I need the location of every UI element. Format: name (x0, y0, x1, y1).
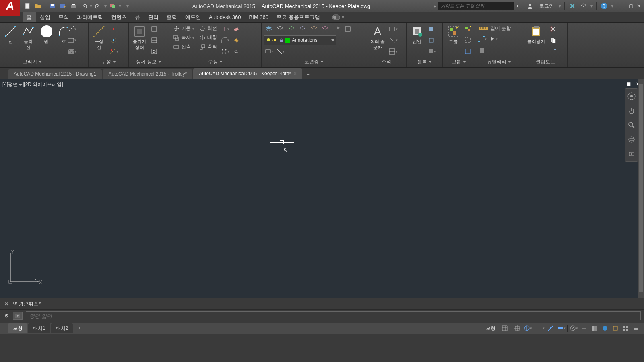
tab-annotate[interactable]: 주석 (54, 12, 73, 22)
rotate-button[interactable]: 회전 (198, 24, 219, 33)
exchange-x-icon[interactable] (568, 2, 577, 10)
detail-1-icon[interactable] (149, 24, 159, 34)
circle-button[interactable]: 원 (38, 24, 54, 45)
tab-addin[interactable]: 애드인 (181, 12, 205, 22)
steering-wheel-icon[interactable] (627, 91, 636, 101)
modify-panel-title[interactable]: 수정 (171, 58, 259, 66)
orbit-icon[interactable] (627, 135, 636, 144)
utility-panel-title[interactable]: 유틸리티 (477, 58, 520, 66)
snap-toggle-icon[interactable] (513, 324, 522, 333)
app-menu-button[interactable]: A (0, 0, 20, 16)
stretch-button[interactable]: 신축 (171, 43, 196, 51)
isolate-icon[interactable] (611, 324, 620, 333)
layer-icon[interactable] (108, 2, 117, 10)
array-icon[interactable]: ▾ (220, 47, 230, 56)
cmdline-recent-button[interactable] (13, 312, 23, 320)
layout-tab-2[interactable]: 배치2 (51, 323, 73, 333)
copy-button[interactable]: 복사▾ (171, 33, 196, 42)
layout-tab-model[interactable]: 모형 (8, 323, 27, 333)
ungroup-icon[interactable] (463, 24, 473, 34)
insert-button[interactable]: 삽입 (409, 24, 425, 45)
tab-featured[interactable]: 주요 응용프로그램 (272, 12, 324, 22)
annoscale-icon[interactable]: ▾ (569, 324, 578, 333)
tab-manage[interactable]: 관리 (144, 12, 163, 22)
polyline-button[interactable]: 폴리선 (20, 24, 36, 51)
new-icon[interactable] (23, 2, 32, 10)
layout-add-button[interactable]: + (75, 325, 83, 332)
minimize-button[interactable]: ─ (619, 3, 626, 9)
user-icon[interactable] (526, 2, 535, 10)
tab-autodesk360[interactable]: Autodesk 360 (205, 13, 245, 21)
cmdline-close-icon[interactable]: ✕ (3, 301, 10, 307)
rect-icon[interactable]: ▾ (67, 35, 76, 45)
hardware-accel-icon[interactable] (601, 324, 609, 333)
add-tab-button[interactable]: + (303, 71, 313, 79)
cline-circle-icon[interactable] (109, 35, 118, 45)
select-icon[interactable]: ▾ (489, 34, 498, 44)
layer-state-icon[interactable] (275, 24, 285, 34)
layer-match-icon[interactable] (332, 24, 341, 34)
mirror-button[interactable]: 대칭 (198, 33, 219, 42)
explode-icon[interactable] (231, 35, 241, 45)
cmdline-settings-icon[interactable]: ⚙ (3, 313, 10, 319)
leader-icon[interactable]: A▾ (388, 35, 398, 45)
tab-content[interactable]: 컨텐츠 (107, 12, 131, 22)
panel-toggle[interactable]: ▾ (332, 14, 344, 20)
fillet-icon[interactable]: ▾ (220, 35, 230, 45)
trim-icon[interactable]: ▾ (220, 24, 230, 34)
command-input[interactable] (26, 311, 641, 320)
layer-prop-icon[interactable] (264, 24, 274, 34)
help-icon[interactable]: ? (600, 2, 609, 10)
saveas-icon[interactable] (58, 2, 67, 10)
open-icon[interactable] (34, 2, 43, 10)
distance-button[interactable]: 길이 분할 (477, 24, 512, 33)
detail-3-icon[interactable] (149, 47, 159, 56)
close-button[interactable]: ✕ (635, 3, 642, 9)
layer-prev-icon[interactable]: ▾ (264, 47, 274, 56)
pan-icon[interactable] (627, 106, 636, 115)
osnap-toggle-icon[interactable] (546, 324, 555, 333)
layer-iso-icon[interactable] (287, 24, 296, 34)
block-attr-icon[interactable]: ▾ (427, 47, 436, 56)
drawing-tab-1[interactable]: AutoCAD Mechanical 2015 - Trolley* (103, 69, 192, 79)
viewport-controls[interactable]: [-][평면도][2D 와이어프레임] (2, 81, 63, 88)
save-icon[interactable] (48, 2, 57, 10)
vp-minimize-button[interactable]: ─ (615, 81, 622, 87)
scale-button[interactable]: 축척 (198, 43, 219, 51)
autodesk-360-icon[interactable] (579, 2, 588, 10)
layer-walk-icon[interactable] (343, 24, 353, 34)
offset-icon[interactable] (231, 47, 241, 56)
calc-icon[interactable] (477, 45, 487, 55)
detail-2-icon[interactable] (149, 35, 159, 45)
zoom-icon[interactable] (627, 120, 636, 130)
print-icon[interactable] (69, 2, 78, 10)
layer-freeze-icon[interactable] (298, 24, 308, 34)
construction-line-button[interactable]: 구성 선 (91, 24, 107, 51)
line-button[interactable]: 선 (2, 24, 19, 45)
layer-match2-icon[interactable]: ▾ (275, 47, 285, 56)
drawing-viewport[interactable]: [-][평면도][2D 와이어프레임] ─ ▣ ✕ ↖ Y X (0, 79, 644, 298)
group-panel-title[interactable]: 그룹 (445, 58, 472, 66)
match-prop-icon[interactable] (548, 47, 558, 56)
ortho-toggle-icon[interactable]: ▾ (523, 324, 532, 333)
hatch-icon[interactable]: ▾ (67, 47, 76, 56)
layer-off-icon[interactable] (309, 24, 319, 34)
cut-icon[interactable] (548, 24, 558, 34)
group-button[interactable]: 그룹 (445, 24, 461, 45)
move-button[interactable]: 이동▾ (171, 24, 196, 33)
layer-lock-icon[interactable] (320, 24, 330, 34)
line2-icon[interactable]: ▾ (67, 24, 76, 34)
tab-insert[interactable]: 삽입 (36, 12, 54, 22)
drawing-tab-2[interactable]: AutoCAD Mechanical 2015 - Keeper Plate*× (193, 68, 302, 79)
detail-panel-title[interactable]: 상세 정보 (131, 58, 166, 66)
annovisibility-icon[interactable] (580, 324, 588, 333)
tab-parametric[interactable]: 파라메트릭 (73, 12, 107, 22)
table-icon[interactable]: ▾ (388, 47, 398, 56)
construction-panel-title[interactable]: 구성 (91, 58, 126, 66)
workspace-icon[interactable] (590, 324, 599, 333)
erase-icon[interactable] (231, 24, 241, 34)
model-space-toggle[interactable]: 모형 (483, 324, 499, 333)
tab-output[interactable]: 출력 (163, 12, 181, 22)
measure-icon[interactable]: ▾ (477, 34, 487, 44)
search-input[interactable] (438, 2, 514, 10)
